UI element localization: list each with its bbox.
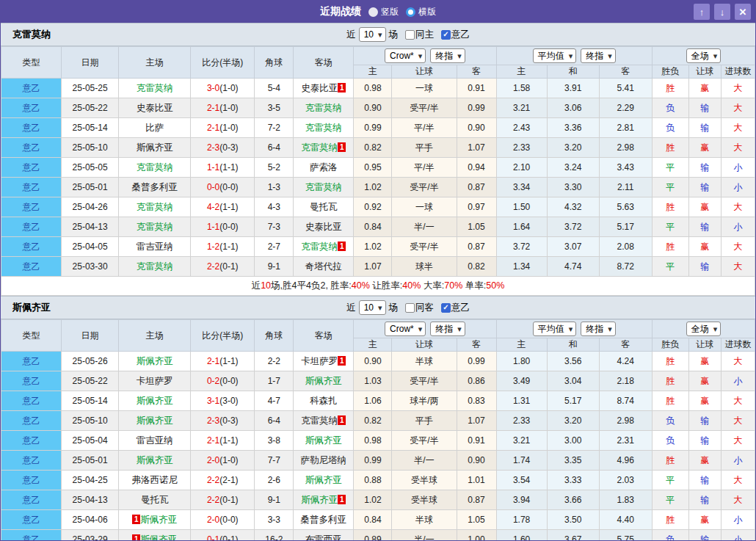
- home-team-cell[interactable]: 克雷莫纳: [119, 257, 191, 277]
- home-team-cell[interactable]: 克雷莫纳: [119, 79, 191, 98]
- match-count-select[interactable]: 10: [359, 300, 386, 315]
- odds-away: 0.87: [457, 490, 496, 510]
- col-result-handicap: 让球: [688, 338, 721, 352]
- panel-title: 近期战绩: [320, 5, 361, 18]
- home-team-cell[interactable]: 斯佩齐亚: [119, 352, 191, 371]
- away-team-cell[interactable]: 斯佩齐亚: [294, 371, 354, 391]
- score-cell[interactable]: 2-1(1-0): [191, 118, 255, 138]
- away-team-cell[interactable]: 史泰比亚1: [294, 79, 354, 98]
- halftime-score: (1-1): [219, 162, 238, 173]
- scope-value: 全场: [691, 323, 709, 335]
- result-goals: 大: [721, 411, 755, 431]
- away-team-cell[interactable]: 桑普多利亚: [294, 510, 354, 530]
- away-team-cell[interactable]: 克雷莫纳1: [294, 411, 354, 431]
- odds-final-select[interactable]: 终指: [430, 48, 465, 63]
- home-team-cell[interactable]: 雷吉亚纳: [119, 237, 191, 257]
- score-cell[interactable]: 2-2(0-1): [191, 257, 255, 277]
- close-button[interactable]: ✕: [735, 4, 751, 20]
- home-team-cell[interactable]: 卡坦萨罗: [119, 371, 191, 391]
- avg-select[interactable]: 平均值: [533, 322, 577, 336]
- home-team-cell[interactable]: 斯佩齐亚: [119, 391, 191, 411]
- home-team-cell[interactable]: 雷吉亚纳: [119, 431, 191, 451]
- home-team-cell[interactable]: 1斯佩齐亚: [119, 510, 191, 530]
- away-team-cell[interactable]: 萨索洛: [294, 158, 354, 178]
- avg-final-select[interactable]: 终指: [581, 48, 616, 63]
- score-cell[interactable]: 2-2(2-1): [191, 471, 255, 490]
- away-team-cell[interactable]: 史泰比亚: [294, 217, 354, 237]
- home-team-cell[interactable]: 1斯佩齐亚: [119, 530, 191, 541]
- odds-home: 0.95: [354, 158, 392, 178]
- score-cell[interactable]: 2-0(1-0): [191, 451, 255, 471]
- away-team-cell[interactable]: 克雷莫纳: [294, 98, 354, 118]
- scope-select[interactable]: 全场: [686, 48, 722, 63]
- col-odds-home: 主: [354, 338, 392, 352]
- score-cell[interactable]: 2-2(0-1): [191, 490, 255, 510]
- same-venue-checkbox[interactable]: [405, 30, 415, 40]
- score-cell[interactable]: 2-3(0-3): [191, 411, 255, 431]
- match-count-select[interactable]: 10: [359, 27, 386, 42]
- score-cell[interactable]: 0-2(0-0): [191, 371, 255, 391]
- score-cell[interactable]: 1-1(0-0): [191, 217, 255, 237]
- avg-away-odds: 1.83: [599, 490, 652, 510]
- score-cell[interactable]: 2-1(1-0): [191, 98, 255, 118]
- score-cell[interactable]: 1-2(1-1): [191, 237, 255, 257]
- home-team-cell[interactable]: 曼托瓦: [119, 490, 191, 510]
- odds-handicap: 受平/半: [392, 237, 457, 257]
- scope-select[interactable]: 全场: [686, 322, 722, 336]
- avg-select[interactable]: 平均值: [533, 48, 577, 63]
- away-team-name: 科森扎: [310, 396, 338, 406]
- same-league-checkbox[interactable]: [441, 30, 451, 40]
- away-team-cell[interactable]: 布雷西亚: [294, 530, 354, 541]
- move-down-button[interactable]: ↓: [714, 4, 730, 20]
- away-team-cell[interactable]: 斯佩齐亚: [294, 431, 354, 451]
- away-team-cell[interactable]: 斯佩齐亚1: [294, 490, 354, 510]
- result-wdl: 胜: [652, 391, 688, 411]
- home-team-cell[interactable]: 比萨: [119, 118, 191, 138]
- home-team-cell[interactable]: 桑普多利亚: [119, 178, 191, 197]
- same-venue-checkbox[interactable]: [405, 303, 415, 313]
- away-team-cell[interactable]: 科森扎: [294, 391, 354, 411]
- odds-final-value: 终指: [435, 323, 453, 335]
- home-team-cell[interactable]: 克雷莫纳: [119, 217, 191, 237]
- avg-home-odds: 3.94: [496, 490, 547, 510]
- score-cell[interactable]: 2-1(1-1): [191, 352, 255, 371]
- move-up-button[interactable]: ↑: [694, 4, 710, 20]
- score-cell[interactable]: 0-1(0-1): [191, 530, 255, 541]
- match-row: 意乙 25-05-14 比萨 2-1(1-0) 7-2 克雷莫纳 0.99 平/…: [1, 118, 755, 138]
- layout-radio-vertical[interactable]: 竖版: [368, 6, 399, 18]
- score-cell[interactable]: 1-1(1-1): [191, 158, 255, 178]
- odds-final-select[interactable]: 终指: [430, 322, 465, 336]
- same-league-checkbox[interactable]: [441, 303, 451, 313]
- home-team-cell[interactable]: 斯佩齐亚: [119, 451, 191, 471]
- avg-final-select[interactable]: 终指: [581, 322, 616, 336]
- home-team-cell[interactable]: 克雷莫纳: [119, 197, 191, 217]
- away-team-cell[interactable]: 克雷莫纳1: [294, 237, 354, 257]
- away-team-cell[interactable]: 曼托瓦: [294, 197, 354, 217]
- home-team-cell[interactable]: 斯佩齐亚: [119, 138, 191, 158]
- away-team-cell[interactable]: 卡坦萨罗1: [294, 352, 354, 371]
- home-team-cell[interactable]: 克雷莫纳: [119, 158, 191, 178]
- home-team-cell[interactable]: 史泰比亚: [119, 98, 191, 118]
- fulltime-score: 2-1: [207, 103, 219, 113]
- score-cell[interactable]: 2-1(1-1): [191, 431, 255, 451]
- score-cell[interactable]: 3-1(3-0): [191, 391, 255, 411]
- score-cell[interactable]: 2-0(0-0): [191, 510, 255, 530]
- layout-radio-horizontal[interactable]: 横版: [406, 6, 436, 18]
- away-team-cell[interactable]: 克雷莫纳: [294, 178, 354, 197]
- col-avg-draw: 和: [547, 65, 599, 79]
- home-team-cell[interactable]: 斯佩齐亚: [119, 411, 191, 431]
- home-team-cell[interactable]: 弗洛西诺尼: [119, 471, 191, 490]
- odds-source-select[interactable]: Crow*: [385, 322, 426, 336]
- score-cell[interactable]: 2-3(0-3): [191, 138, 255, 158]
- league-cell: 意乙: [1, 118, 62, 138]
- odds-source-select[interactable]: Crow*: [385, 48, 426, 63]
- away-team-cell[interactable]: 克雷莫纳: [294, 118, 354, 138]
- score-cell[interactable]: 0-0(0-0): [191, 178, 255, 197]
- near-label: 近: [346, 302, 356, 314]
- score-cell[interactable]: 3-0(1-0): [191, 79, 255, 98]
- score-cell[interactable]: 4-2(1-1): [191, 197, 255, 217]
- away-team-cell[interactable]: 奇塔代拉: [294, 257, 354, 277]
- away-team-cell[interactable]: 萨勒尼塔纳: [294, 451, 354, 471]
- away-team-cell[interactable]: 克雷莫纳1: [294, 138, 354, 158]
- away-team-cell[interactable]: 斯佩齐亚: [294, 471, 354, 490]
